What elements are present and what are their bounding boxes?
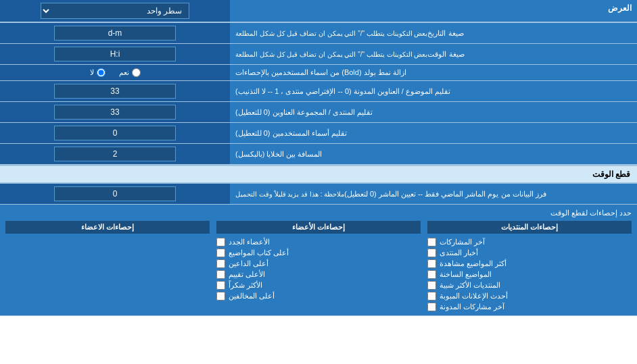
time-format-label: صيغة الوقت بعض التكوينات يتطلب "/" التي … [230,44,637,64]
topic-subject-label: تقليم الموضوع / العناوين المدونة (0 -- ا… [230,81,637,101]
forum-stats-header: إحصاءات المنتديات [427,221,632,234]
bold-remove-row: ازالة نمط بولد (Bold) من اسماء المستخدمي… [0,65,637,81]
radio-no[interactable] [97,68,105,77]
checkbox-item: المنتديات الأكثر شبية [427,281,632,290]
checkbox-member-0[interactable] [216,238,225,246]
checkbox-forum-6[interactable] [427,303,436,311]
time-format-input[interactable] [54,47,176,61]
forum-stats-col: إحصاءات المنتديات آخر المشاركات أخبار ال… [427,221,632,311]
username-trim-row: تقليم أسماء المستخدمين (0 للتعطيل) [0,123,637,144]
member-stats2-header: إحصاءات الاعضاء [5,221,210,234]
checkbox-member-4[interactable] [216,281,225,290]
checkbox-forum-1[interactable] [427,249,436,257]
topic-subject-input[interactable] [54,84,176,99]
checkbox-member-3[interactable] [216,270,225,279]
checkbox-member-2[interactable] [216,259,225,268]
checkbox-item: الأعلى تقييم [216,270,421,279]
checkbox-item: الأكثر شكراً [216,281,421,290]
header-control: سطر واحد [0,0,230,22]
checkbox-forum-5[interactable] [427,292,436,301]
bottom-header: حدد إحصاءات لقطع الوقت [5,209,632,217]
cell-space-control [0,144,230,164]
username-trim-control [0,123,230,143]
cutoff-control [0,184,230,204]
member-stats-col: إحصاءات الأعضاء الأعضاء الجدد أعلى كتاب … [216,221,421,311]
header-label: العرض [230,0,637,22]
cutoff-label: فرز البيانات من يوم الماشر الماضي فقط --… [230,184,637,204]
display-select[interactable]: سطر واحد [41,3,189,19]
date-format-input[interactable] [54,26,176,41]
username-trim-input[interactable] [54,126,176,140]
radio-yes-label[interactable]: نعم [119,68,141,77]
checkbox-item: أعلى الداعين [216,259,421,268]
time-format-row: صيغة الوقت بعض التكوينات يتطلب "/" التي … [0,44,637,65]
radio-yes[interactable] [132,68,141,77]
main-container: العرض سطر واحد صيغة التاريخ بعض التكوينا… [0,0,637,316]
checkbox-item: أحدث الإعلانات المبوبة [427,292,632,301]
checkbox-forum-3[interactable] [427,270,436,279]
checkbox-item: أكثر المواضيع مشاهدة [427,259,632,268]
bottom-area: حدد إحصاءات لقطع الوقت إحصاءات المنتديات… [0,205,637,316]
forum-group-row: تقليم المنتدى / المجموعة العناوين (0 للت… [0,102,637,123]
cutoff-input[interactable] [54,186,176,201]
checkbox-item: آخر مشاركات المدونة [427,303,632,311]
radio-no-label[interactable]: لا [90,68,105,77]
checkbox-forum-4[interactable] [427,281,436,290]
checkbox-item: آخر المشاركات [427,238,632,246]
checkbox-item: الأعضاء الجدد [216,238,421,246]
cell-space-label: المسافة بين الخلايا (بالبكسل) [230,144,637,164]
checkbox-member-1[interactable] [216,249,225,257]
checkbox-forum-2[interactable] [427,259,436,268]
bold-remove-label: ازالة نمط بولد (Bold) من اسماء المستخدمي… [230,65,637,80]
date-format-control [0,23,230,43]
cell-space-input[interactable] [54,147,176,161]
date-format-label: صيغة التاريخ بعض التكوينات يتطلب "/" الت… [230,23,637,43]
member-stats2-col: إحصاءات الاعضاء [5,221,210,311]
checkbox-item: أعلى المخالفين [216,292,421,301]
topic-subject-row: تقليم الموضوع / العناوين المدونة (0 -- ا… [0,81,637,102]
checkbox-item: أعلى كتاب المواضيع [216,249,421,257]
header-row: العرض سطر واحد [0,0,637,23]
checkbox-item: أخبار المنتدى [427,249,632,257]
date-format-row: صيغة التاريخ بعض التكوينات يتطلب "/" الت… [0,23,637,44]
member-stats-header: إحصاءات الأعضاء [216,221,421,234]
forum-group-input[interactable] [54,105,176,120]
cell-space-row: المسافة بين الخلايا (بالبكسل) [0,144,637,165]
bold-remove-control: نعم لا [0,65,230,80]
forum-group-control [0,102,230,122]
checkbox-forum-0[interactable] [427,238,436,246]
checkbox-grid: إحصاءات المنتديات آخر المشاركات أخبار ال… [5,221,632,311]
checkbox-member-5[interactable] [216,292,225,301]
cutoff-section-header: قطع الوقت [0,165,637,184]
topic-subject-control [0,81,230,101]
username-trim-label: تقليم أسماء المستخدمين (0 للتعطيل) [230,123,637,143]
forum-group-label: تقليم المنتدى / المجموعة العناوين (0 للت… [230,102,637,122]
cutoff-row: فرز البيانات من يوم الماشر الماضي فقط --… [0,184,637,205]
checkbox-item: المواضيع الساخنة [427,270,632,279]
time-format-control [0,44,230,64]
